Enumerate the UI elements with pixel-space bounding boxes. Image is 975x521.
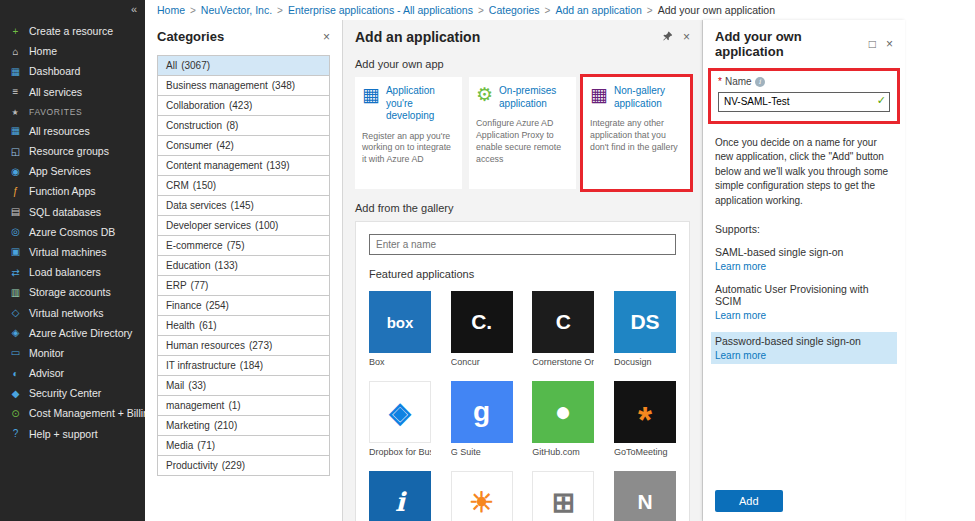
category-count: (229) [222, 460, 245, 471]
category-item[interactable]: IT infrastructure (184) [157, 355, 330, 376]
name-field-label: Name [725, 76, 752, 87]
star-icon: ★ [9, 108, 22, 117]
category-item[interactable]: Mail (33) [157, 375, 330, 396]
gallery-app-tile[interactable]: C Cornerstone On... [532, 291, 594, 367]
sidebar-item[interactable]: ? Help + support [0, 424, 145, 444]
gallery-app-tile[interactable]: i [369, 471, 431, 521]
info-icon[interactable]: i [755, 77, 765, 87]
sidebar-item[interactable]: ▦ All resources [0, 121, 145, 141]
chevron-double-left-icon[interactable]: « [131, 3, 137, 15]
category-item[interactable]: Media (71) [157, 435, 330, 456]
category-item[interactable]: Human resources (273) [157, 335, 330, 356]
sidebar-item-label: Function Apps [29, 185, 96, 197]
gallery-search-input[interactable] [369, 234, 676, 255]
sidebar-item[interactable]: ⌂ Home [0, 41, 145, 61]
breadcrumb-link[interactable]: Home [157, 4, 185, 16]
sidebar-item[interactable]: ◎ Azure Cosmos DB [0, 222, 145, 242]
dashboard-icon: ▦ [9, 66, 22, 77]
sidebar-item[interactable]: ◐ Advisor [0, 363, 145, 383]
app-option-card[interactable]: ⚙ On-premises application Configure Azur… [469, 77, 576, 189]
sidebar-item[interactable]: ▦ Dashboard [0, 61, 145, 81]
category-item[interactable]: Collaboration (423) [157, 95, 330, 116]
category-name: Mail [166, 380, 184, 391]
category-name: Consumer [166, 140, 212, 151]
learn-more-link[interactable]: Learn more [715, 350, 893, 361]
gallery-app-tile[interactable]: ● GitHub.com [532, 381, 594, 457]
category-item[interactable]: All (3067) [157, 55, 330, 76]
add-button[interactable]: Add [715, 490, 783, 512]
category-item[interactable]: Business management (348) [157, 75, 330, 96]
add-application-title: Add an application [355, 29, 480, 45]
breadcrumb-link[interactable]: Add your own application [658, 4, 775, 16]
name-field[interactable] [718, 92, 890, 112]
virtual-networks-icon: ◇ [9, 307, 22, 318]
gallery-app-tile[interactable]: ⊞ [532, 471, 594, 521]
sidebar-item[interactable]: ≡ All services [0, 82, 145, 102]
maximize-icon[interactable]: □ [869, 38, 876, 50]
sidebar-item[interactable]: ▭ Monitor [0, 343, 145, 363]
sidebar-item[interactable]: ⇄ Load balancers [0, 262, 145, 282]
sidebar-item: ★ FAVORITES [0, 104, 145, 121]
category-item[interactable]: Health (61) [157, 315, 330, 336]
learn-more-link[interactable]: Learn more [715, 261, 893, 272]
sidebar-item[interactable]: ◉ App Services [0, 161, 145, 181]
cosmos-db-icon: ◎ [9, 226, 22, 237]
sidebar-item[interactable]: ◱ Resource groups [0, 141, 145, 161]
category-item[interactable]: management (1) [157, 395, 330, 416]
collapse-sidebar-button[interactable]: « [0, 0, 145, 17]
category-item[interactable]: Finance (254) [157, 295, 330, 316]
app-option-card[interactable]: ▦ Application you're developing Register… [355, 77, 462, 189]
sidebar-item[interactable]: ▤ SQL databases [0, 202, 145, 222]
close-icon[interactable]: × [683, 31, 690, 43]
close-icon[interactable]: × [323, 31, 330, 43]
sidebar-item[interactable]: ƒ Function Apps [0, 181, 145, 201]
gallery-app-tile[interactable]: ☀ [451, 471, 513, 521]
app-caption: Cornerstone On... [532, 357, 594, 367]
pin-icon[interactable] [662, 31, 673, 44]
gallery-app-tile[interactable]: g G Suite [451, 381, 513, 457]
category-item[interactable]: Marketing (210) [157, 415, 330, 436]
category-item[interactable]: CRM (150) [157, 175, 330, 196]
sidebar-item-label: SQL databases [29, 206, 101, 218]
category-item[interactable]: Productivity (229) [157, 455, 330, 476]
breadcrumb-link[interactable]: Add an application [555, 4, 641, 16]
breadcrumb-link[interactable]: NeuVector, Inc. [201, 4, 272, 16]
sidebar-item-label: App Services [29, 165, 91, 177]
category-item[interactable]: Construction (8) [157, 115, 330, 136]
sidebar-item-label: All services [29, 86, 82, 98]
category-item[interactable]: ERP (77) [157, 275, 330, 296]
empty-area [905, 20, 975, 521]
name-field-annotation-box: * Name i ✓ [708, 68, 900, 124]
breadcrumb-item: Enterprise applications - All applicatio… [288, 4, 484, 16]
category-item[interactable]: E-commerce (75) [157, 235, 330, 256]
category-item[interactable]: Consumer (42) [157, 135, 330, 156]
category-item[interactable]: Content management (139) [157, 155, 330, 176]
gallery-app-tile[interactable]: C. Concur [451, 291, 513, 367]
sidebar-item[interactable]: + Create a resource [0, 21, 145, 41]
sidebar-item[interactable]: ▣ Virtual machines [0, 242, 145, 262]
gallery-app-tile[interactable]: * GoToMeeting [614, 381, 676, 457]
sidebar-item[interactable]: ▥ Storage accounts [0, 282, 145, 302]
category-item[interactable]: Data services (145) [157, 195, 330, 216]
category-name: ERP [166, 280, 187, 291]
learn-more-link[interactable]: Learn more [715, 310, 893, 321]
sidebar-item[interactable]: ◇ Virtual networks [0, 302, 145, 322]
sidebar-item[interactable]: ◆ Security Center [0, 383, 145, 403]
sidebar-item[interactable]: ◈ Azure Active Directory [0, 323, 145, 343]
gallery-app-tile[interactable]: box Box [369, 291, 431, 367]
sidebar-item-label: Azure Cosmos DB [29, 226, 115, 238]
panels: Categories × All (3067) Business managem… [145, 20, 975, 521]
category-item[interactable]: Developer services (100) [157, 215, 330, 236]
category-name: Developer services [166, 220, 251, 231]
category-name: management [166, 400, 224, 411]
gallery-app-tile[interactable]: ◈ Dropbox for Busi... [369, 381, 431, 457]
breadcrumb-link[interactable]: Categories [489, 4, 540, 16]
breadcrumb-link[interactable]: Enterprise applications - All applicatio… [288, 4, 473, 16]
gallery-app-tile[interactable]: DS Docusign [614, 291, 676, 367]
category-item[interactable]: Education (133) [157, 255, 330, 276]
app-option-card[interactable]: ▦ Non-gallery application Integrate any … [583, 77, 690, 189]
close-icon[interactable]: × [886, 38, 893, 50]
gallery-app-tile[interactable]: N [614, 471, 676, 521]
resource-groups-icon: ◱ [9, 146, 22, 157]
sidebar-item[interactable]: ⊙ Cost Management + Billing [0, 403, 145, 423]
